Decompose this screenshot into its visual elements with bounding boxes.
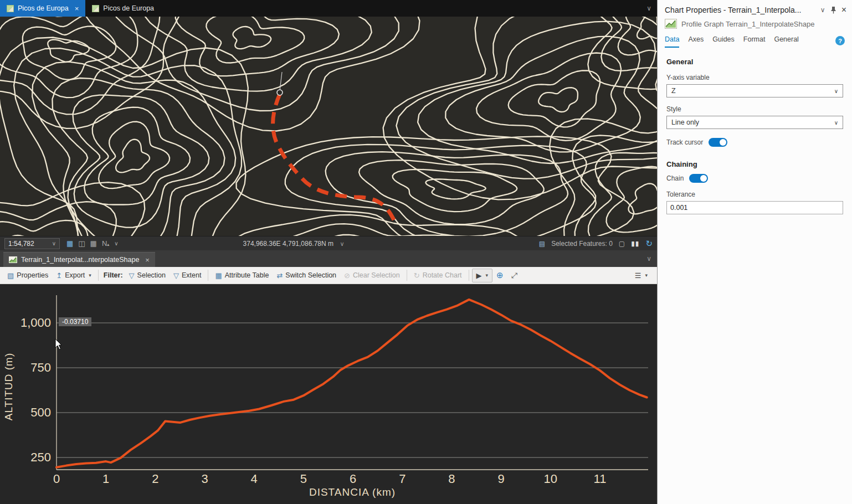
close-icon[interactable]: ×	[145, 256, 150, 264]
track-cursor-toggle[interactable]	[709, 138, 727, 147]
statusbar-tools: ▦ ◫ ▦ N▴ ∨	[66, 239, 119, 248]
clear-selection-box-icon[interactable]: ▢	[619, 240, 625, 248]
grid-icon[interactable]: ◫	[78, 239, 85, 248]
contour-line	[48, 40, 89, 62]
attribute-table-button[interactable]: ▦ Attribute Table	[211, 269, 273, 282]
contour-line	[0, 202, 116, 236]
refresh-icon[interactable]: ↻	[645, 239, 653, 249]
help-icon[interactable]: ?	[835, 36, 845, 45]
tab-guides[interactable]: Guides	[712, 35, 735, 48]
profile-chart-area[interactable]: 2505007501,00001234567891011DISTANCIA (k…	[0, 284, 657, 504]
map-view-icon	[92, 5, 99, 12]
profile-vertex-marker[interactable]	[277, 90, 283, 95]
track-cursor-label: Track cursor	[666, 138, 703, 146]
toolbar-separator	[98, 270, 99, 281]
toggle-knob	[700, 175, 707, 182]
chevron-down-icon[interactable]: ∨	[641, 4, 657, 12]
layout-icon[interactable]: ▦	[90, 239, 97, 248]
tab-data[interactable]: Data	[665, 35, 679, 48]
toolbar-separator	[208, 270, 208, 281]
tab-general[interactable]: General	[774, 35, 798, 48]
contour-line	[73, 95, 209, 228]
filter-icon: ▽	[173, 271, 179, 280]
select-tool-button[interactable]: ▶ ▾	[472, 269, 493, 282]
filter-extent-button[interactable]: ▽ Extent	[170, 269, 205, 282]
chevron-down-icon[interactable]: ∨	[114, 240, 118, 246]
tab-format[interactable]: Format	[743, 35, 766, 48]
x-tick-label: 7	[399, 472, 406, 486]
profile-line-on-map[interactable]	[273, 94, 395, 222]
y-tick-label: 500	[30, 405, 51, 419]
view-tab-picos-de-europa-1[interactable]: Picos de Europa ×	[0, 0, 85, 17]
filter-selection-button[interactable]: ▽ Selection	[125, 269, 170, 282]
style-select[interactable]: Line only ∨	[666, 116, 843, 129]
coordinate-readout[interactable]: 374,968.36E 4,791,086.78N m ∨	[199, 240, 388, 248]
mouse-cursor	[55, 338, 63, 351]
map-scale-combo[interactable]: 1:54,782 ∨	[4, 238, 60, 249]
x-tick-label: 8	[448, 472, 455, 486]
contour-line	[550, 119, 657, 236]
switch-selection-button[interactable]: ⇄ Switch Selection	[273, 269, 340, 282]
view-tab-label: Picos de Europa	[103, 4, 154, 12]
profile-chart[interactable]: 2505007501,00001234567891011DISTANCIA (k…	[0, 284, 657, 504]
menu-icon: ☰	[635, 271, 641, 280]
contour-line	[233, 27, 271, 49]
north-arrow-icon[interactable]: N▴	[102, 239, 109, 248]
contour-line	[116, 140, 150, 173]
general-section-heading: General	[666, 58, 843, 66]
y-axis-variable-value: Z	[671, 87, 676, 95]
profile-graph-icon	[665, 19, 677, 29]
y-tick-label: 1,000	[20, 316, 51, 330]
chevron-down-icon[interactable]: ∨	[820, 6, 825, 14]
chevron-down-icon: ∨	[340, 240, 344, 247]
map-status-bar: 1:54,782 ∨ ▦ ◫ ▦ N▴ ∨ 374,968.36E 4,791,…	[0, 236, 657, 250]
y-axis-variable-select[interactable]: Z ∨	[666, 84, 843, 97]
full-extent-button[interactable]: ⤢	[507, 269, 521, 282]
selected-features-count[interactable]: Selected Features: 0	[551, 240, 613, 248]
chevron-down-icon: ∨	[834, 120, 838, 126]
pin-icon[interactable]	[830, 6, 836, 14]
style-label: Style	[666, 105, 843, 113]
contour-line	[52, 78, 224, 236]
rotate-chart-button[interactable]: ↻ Rotate Chart	[410, 269, 466, 282]
clear-selection-button[interactable]: ⊘ Clear Selection	[340, 269, 404, 282]
chart-list-menu-button[interactable]: ☰ ▾	[631, 269, 651, 282]
map-view[interactable]	[0, 17, 657, 236]
x-tick-label: 11	[594, 472, 607, 486]
tab-axes[interactable]: Axes	[688, 35, 704, 48]
contour-map	[0, 17, 657, 236]
zoom-in-icon: ⊕	[496, 270, 504, 280]
export-icon: ↥	[56, 271, 62, 280]
snapping-grid-icon[interactable]: ▦	[66, 239, 73, 248]
profile-line[interactable]	[57, 300, 647, 467]
chart-panel-tab[interactable]: Terrain_1_Interpolat...nterpolateShape ×	[3, 252, 155, 267]
toolbar-separator	[469, 270, 469, 281]
coordinates-value: 374,968.36E 4,791,086.78N m	[243, 240, 333, 248]
chain-toggle[interactable]	[689, 174, 708, 183]
export-button[interactable]: ↥ Export ▾	[52, 269, 95, 282]
close-icon[interactable]: ×	[75, 4, 79, 13]
y-axis-title: ALTITUD (m)	[3, 353, 14, 421]
x-axis-title: DISTANCIA (km)	[309, 486, 396, 498]
tolerance-input[interactable]	[666, 201, 843, 214]
contour-line	[269, 224, 479, 236]
switch-selection-icon: ⇄	[276, 271, 283, 280]
table-icon: ▦	[215, 271, 222, 280]
profile-graph-icon	[9, 256, 17, 263]
view-tab-picos-de-europa-2[interactable]: Picos de Europa	[85, 0, 161, 17]
chevron-down-icon[interactable]: ∨	[641, 255, 657, 263]
zoom-in-tool-button[interactable]: ⊕	[492, 268, 507, 282]
tolerance-label: Tolerance	[666, 191, 843, 198]
rotate-chart-label: Rotate Chart	[423, 271, 462, 279]
properties-button[interactable]: ▧ Properties	[3, 269, 52, 282]
pointer-icon: ▶	[476, 271, 482, 280]
view-tab-bar: Picos de Europa × Picos de Europa ∨	[0, 0, 657, 17]
map-scale-value: 1:54,782	[8, 240, 34, 248]
panel-header: Chart Properties - Terrain_1_Interpola..…	[658, 0, 852, 17]
properties-icon: ▧	[7, 271, 14, 280]
close-icon[interactable]: ×	[841, 5, 846, 15]
x-tick-label: 0	[53, 472, 60, 486]
dropdown-icon: ▾	[645, 272, 648, 278]
y-tick-label: 750	[30, 361, 51, 374]
pause-drawing-icon[interactable]: ▮▮	[631, 240, 639, 248]
